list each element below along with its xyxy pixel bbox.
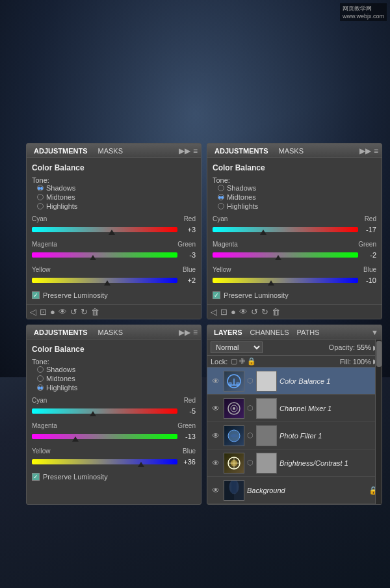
menu-icon-tr[interactable]: ≡ bbox=[374, 146, 378, 155]
tab-masks-tl[interactable]: MASKS bbox=[94, 146, 127, 156]
rotate-l-tr[interactable]: ↺ bbox=[251, 307, 258, 317]
checkbox-tl: ✓ bbox=[32, 291, 40, 299]
circle-icon-tl[interactable]: ● bbox=[50, 307, 55, 317]
fill-section: Fill: 100% ▶ bbox=[340, 358, 378, 366]
layer-row-photo-filter[interactable]: 👁 ⬡ Photo Filter 1 bbox=[207, 422, 382, 449]
label-cyan-tl: Cyan bbox=[32, 215, 47, 222]
slider-row-mg-tl: -3 bbox=[32, 249, 196, 261]
slider-yb-tr[interactable] bbox=[213, 274, 358, 286]
tone-label-tr: Tone: bbox=[213, 176, 230, 184]
eye-icon-tl[interactable]: 👁 bbox=[58, 307, 67, 317]
slider-cr-tl[interactable] bbox=[32, 224, 177, 235]
panel-title-tl: Color Balance bbox=[32, 163, 196, 172]
value-cr-tr: -17 bbox=[361, 226, 376, 234]
radio-label-highlights-tr: Highlights bbox=[227, 202, 258, 210]
label-blue-bl: Blue bbox=[183, 448, 196, 455]
layer-row-background[interactable]: 👁 Background 🔒 bbox=[207, 477, 382, 504]
forward-icon-tr[interactable]: ▶▶ bbox=[359, 146, 371, 155]
tab-adjustments-tl[interactable]: ADJUSTMENTS bbox=[30, 146, 92, 156]
preserve-luminosity-tl[interactable]: ✓ Preserve Luminosity bbox=[32, 291, 196, 299]
radio-highlights-bl[interactable]: Highlights bbox=[37, 384, 196, 392]
slider-row-cr-tr: -17 bbox=[213, 224, 376, 235]
layer-thumb-background bbox=[224, 480, 244, 501]
radio-shadows-bl[interactable]: Shadows bbox=[37, 366, 196, 373]
value-yb-tr: -10 bbox=[361, 276, 376, 284]
checkbox-bl: ✓ bbox=[32, 473, 40, 481]
reset-icon-tr[interactable]: ↻ bbox=[261, 307, 268, 317]
slider-yb-bl[interactable] bbox=[32, 456, 177, 468]
slider-mg-tl[interactable] bbox=[32, 249, 177, 261]
tab-paths[interactable]: PATHS bbox=[294, 327, 323, 338]
layer-eye-background[interactable]: 👁 bbox=[211, 485, 221, 496]
tab-adjustments-bl[interactable]: ADJUSTMENTS bbox=[30, 327, 92, 338]
tone-label-bl: Tone: bbox=[32, 358, 49, 366]
radio-highlights-tr[interactable]: Highlights bbox=[218, 202, 376, 210]
preserve-luminosity-bl[interactable]: ✓ Preserve Luminosity bbox=[32, 473, 196, 481]
forward-icon-tl[interactable]: ▶▶ bbox=[179, 146, 190, 155]
forward-icon-bl[interactable]: ▶▶ bbox=[179, 328, 190, 337]
panel-footer-tl: ◁ ⊡ ● 👁 ↺ ↻ 🗑 bbox=[27, 304, 201, 319]
label-magenta-tr: Magenta bbox=[213, 241, 238, 248]
tab-channels[interactable]: CHANNELS bbox=[247, 327, 292, 338]
delete-icon-tl[interactable]: 🗑 bbox=[91, 307, 99, 317]
radio-midtones-tl[interactable]: Midtones bbox=[37, 193, 196, 201]
layers-scrollbar[interactable] bbox=[375, 340, 382, 504]
eye-icon-tr[interactable]: 👁 bbox=[239, 307, 248, 317]
tab-adjustments-tr[interactable]: ADJUSTMENTS bbox=[211, 146, 272, 156]
tab-layers[interactable]: LAYERS bbox=[211, 327, 246, 338]
tab-masks-tr[interactable]: MASKS bbox=[275, 146, 308, 156]
prev-icon-tl[interactable]: ◁ bbox=[30, 307, 36, 317]
slider-labels-yb-bl: Yellow Blue bbox=[32, 448, 196, 455]
layer-row-channel-mixer[interactable]: 👁 ⬡ Channel Mixer 1 bbox=[207, 395, 382, 422]
slider-section-yb-tr: Yellow Blue -10 bbox=[213, 266, 376, 286]
slider-yb-tl[interactable] bbox=[32, 274, 177, 286]
radio-highlights-tl[interactable]: Highlights bbox=[37, 202, 196, 210]
blend-mode-select[interactable]: Normal bbox=[211, 341, 263, 353]
layer-row-brightness-contrast[interactable]: 👁 ⬡ Brightness/Contrast 1 bbox=[207, 449, 382, 477]
adjustment-panel-top-right: ADJUSTMENTS MASKS ▶▶ ≡ Color Balance Ton… bbox=[207, 143, 382, 319]
track-cr-tl bbox=[32, 227, 177, 232]
slider-mg-tr[interactable] bbox=[213, 249, 358, 261]
layer-eye-photo-filter[interactable]: 👁 bbox=[211, 431, 221, 441]
adjust-icon-tr[interactable]: ⊡ bbox=[220, 307, 228, 317]
radio-circle-midtones-tr bbox=[218, 194, 224, 200]
delete-icon-tr[interactable]: 🗑 bbox=[272, 307, 280, 317]
slider-row-mg-bl: -13 bbox=[32, 431, 196, 442]
radio-midtones-tr[interactable]: Midtones bbox=[218, 193, 376, 201]
lock-pixels-icon[interactable]: ▢ bbox=[231, 357, 237, 366]
thumb-mg-bl bbox=[72, 436, 79, 442]
opacity-section: Opacity: 55% ▶ bbox=[329, 343, 378, 351]
track-cr-tr bbox=[213, 227, 358, 232]
slider-cr-bl[interactable] bbox=[32, 405, 177, 417]
radio-shadows-tr[interactable]: Shadows bbox=[218, 184, 376, 192]
track-yb-tr bbox=[213, 278, 358, 283]
menu-icon-bl[interactable]: ≡ bbox=[193, 328, 198, 337]
tab-masks-bl[interactable]: MASKS bbox=[94, 327, 127, 338]
slider-mg-bl[interactable] bbox=[32, 431, 177, 442]
chain-icon-bc: ⬡ bbox=[247, 459, 254, 467]
preserve-label-tl: Preserve Luminosity bbox=[43, 291, 108, 299]
label-magenta-tl: Magenta bbox=[32, 241, 57, 248]
slider-labels-mg-bl: Magenta Green bbox=[32, 422, 196, 429]
rotate-l-tl[interactable]: ↺ bbox=[70, 307, 77, 317]
layer-eye-brightness-contrast[interactable]: 👁 bbox=[211, 458, 221, 468]
lock-all-icon[interactable]: 🔒 bbox=[247, 357, 256, 366]
menu-icon-tl[interactable]: ≡ bbox=[193, 146, 198, 155]
preserve-luminosity-tr[interactable]: ✓ Preserve Luminosity bbox=[213, 291, 376, 299]
reset-icon-tl[interactable]: ↻ bbox=[81, 307, 88, 317]
layer-row-color-balance[interactable]: 👁 ⬡ Color Balance 1 bbox=[207, 368, 382, 395]
prev-icon-tr[interactable]: ◁ bbox=[211, 307, 217, 317]
radio-circle-highlights-bl bbox=[37, 384, 44, 391]
radio-shadows-tl[interactable]: Shadows bbox=[37, 184, 196, 192]
value-yb-tl: +2 bbox=[180, 276, 196, 284]
panel-header-bl: ADJUSTMENTS MASKS ▶▶ ≡ bbox=[27, 325, 201, 340]
slider-cr-tr[interactable] bbox=[213, 224, 358, 235]
lock-position-icon[interactable]: ✙ bbox=[239, 357, 245, 366]
layer-eye-channel-mixer[interactable]: 👁 bbox=[211, 403, 221, 414]
layers-menu-icon[interactable]: ▼ bbox=[371, 328, 378, 336]
layer-eye-color-balance[interactable]: 👁 bbox=[211, 376, 221, 386]
svg-point-3 bbox=[228, 382, 232, 386]
circle-icon-tr[interactable]: ● bbox=[231, 307, 236, 317]
radio-midtones-bl[interactable]: Midtones bbox=[37, 375, 196, 382]
adjust-icon-tl[interactable]: ⊡ bbox=[40, 307, 47, 317]
